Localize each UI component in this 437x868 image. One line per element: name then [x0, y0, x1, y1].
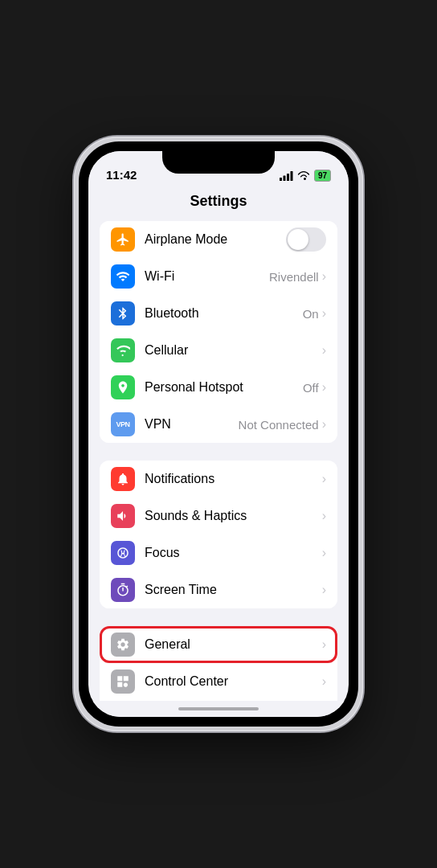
- cellular-svg: [116, 343, 130, 358]
- settings-row-focus[interactable]: Focus ›: [100, 534, 337, 571]
- status-time: 11:42: [106, 168, 137, 182]
- system1-group: Notifications › Sounds & Haptics ›: [100, 461, 337, 608]
- cellular-icon: [111, 338, 135, 362]
- page-title: Settings: [88, 186, 349, 221]
- settings-row-vpn[interactable]: VPN VPN Not Connected ›: [100, 406, 337, 443]
- general-svg: [116, 637, 130, 652]
- controlcenter-label: Control Center: [145, 674, 322, 689]
- general-chevron: ›: [322, 637, 326, 652]
- svg-rect-1: [283, 175, 285, 181]
- controlcenter-chevron: ›: [322, 674, 326, 689]
- settings-row-screentime[interactable]: Screen Time ›: [100, 571, 337, 608]
- bluetooth-label: Bluetooth: [145, 306, 303, 321]
- airplane-toggle-knob: [288, 229, 308, 250]
- hotspot-value: Off: [303, 381, 319, 395]
- system2-group-wrapper: General › Control Center: [100, 626, 337, 701]
- airplane-svg: [116, 232, 130, 247]
- cellular-chevron: ›: [322, 343, 326, 358]
- system2-group: General › Control Center: [100, 626, 337, 701]
- airplane-label: Airplane Mode: [145, 232, 286, 247]
- general-label: General: [145, 637, 322, 652]
- vpn-text: VPN: [116, 420, 129, 428]
- hotspot-svg: [116, 380, 130, 395]
- settings-content[interactable]: Settings Airplane Mode: [88, 186, 349, 701]
- airplane-icon: [111, 227, 135, 252]
- bluetooth-value: On: [303, 307, 319, 321]
- svg-rect-0: [280, 178, 282, 181]
- settings-row-cellular[interactable]: Cellular ›: [100, 332, 337, 369]
- focus-icon: [111, 541, 135, 565]
- bluetooth-chevron: ›: [322, 306, 326, 321]
- home-bar: [178, 707, 259, 710]
- home-indicator: [88, 701, 349, 717]
- battery-percentage: 97: [314, 170, 331, 182]
- wifi-value: Rivendell: [269, 270, 319, 284]
- cellular-label: Cellular: [145, 343, 322, 358]
- settings-row-general[interactable]: General ›: [100, 626, 337, 663]
- controlcenter-svg: [116, 674, 130, 689]
- screentime-label: Screen Time: [145, 583, 322, 597]
- settings-row-wifi[interactable]: Wi-Fi Rivendell ›: [100, 258, 337, 295]
- hotspot-icon: [111, 375, 135, 399]
- svg-rect-2: [287, 174, 289, 181]
- sounds-svg: [116, 509, 130, 523]
- sounds-chevron: ›: [322, 509, 326, 523]
- sounds-icon: [111, 504, 135, 528]
- settings-row-bluetooth[interactable]: Bluetooth On ›: [100, 295, 337, 332]
- general-highlighted-container: General › Control Center: [100, 626, 337, 701]
- focus-svg: [116, 546, 130, 560]
- phone-inner: 11:42: [79, 141, 358, 727]
- screentime-icon: [111, 578, 135, 602]
- settings-row-airplane[interactable]: Airplane Mode: [100, 221, 337, 258]
- focus-label: Focus: [145, 546, 322, 560]
- settings-row-notifications[interactable]: Notifications ›: [100, 461, 337, 497]
- wifi-label: Wi-Fi: [145, 269, 269, 284]
- general-icon: [111, 633, 135, 657]
- wifi-status-icon: [297, 171, 310, 181]
- phone-device: 11:42: [74, 137, 363, 731]
- vpn-icon: VPN: [111, 412, 135, 436]
- bluetooth-svg: [116, 306, 130, 321]
- wifi-chevron: ›: [322, 269, 326, 284]
- connectivity-group: Airplane Mode Wi-Fi Rivendel: [100, 221, 337, 443]
- screentime-chevron: ›: [322, 583, 326, 597]
- controlcenter-icon: [111, 669, 135, 694]
- settings-row-controlcenter[interactable]: Control Center ›: [100, 663, 337, 700]
- svg-rect-3: [290, 171, 292, 181]
- settings-row-display[interactable]: AA Display & Brightness ›: [100, 700, 337, 701]
- screentime-svg: [116, 583, 130, 597]
- bluetooth-icon: [111, 301, 135, 326]
- settings-row-sounds[interactable]: Sounds & Haptics ›: [100, 497, 337, 534]
- vpn-value: Not Connected: [239, 418, 319, 432]
- status-icons: 97: [280, 170, 331, 182]
- notifications-icon: [111, 467, 135, 491]
- notch: [162, 151, 275, 174]
- notifications-svg: [116, 472, 130, 486]
- battery-status: 97: [314, 170, 331, 182]
- settings-row-hotspot[interactable]: Personal Hotspot Off ›: [100, 369, 337, 406]
- signal-icon: [280, 171, 293, 181]
- notifications-chevron: ›: [322, 472, 326, 486]
- vpn-chevron: ›: [322, 417, 326, 432]
- focus-chevron: ›: [322, 546, 326, 560]
- wifi-icon: [111, 264, 135, 289]
- vpn-label: VPN: [145, 417, 239, 432]
- hotspot-chevron: ›: [322, 380, 326, 395]
- sounds-label: Sounds & Haptics: [145, 509, 322, 523]
- airplane-toggle[interactable]: [286, 227, 326, 252]
- notifications-label: Notifications: [145, 472, 322, 486]
- wifi-svg: [116, 269, 130, 284]
- screen: 11:42: [88, 151, 349, 717]
- hotspot-label: Personal Hotspot: [145, 380, 303, 395]
